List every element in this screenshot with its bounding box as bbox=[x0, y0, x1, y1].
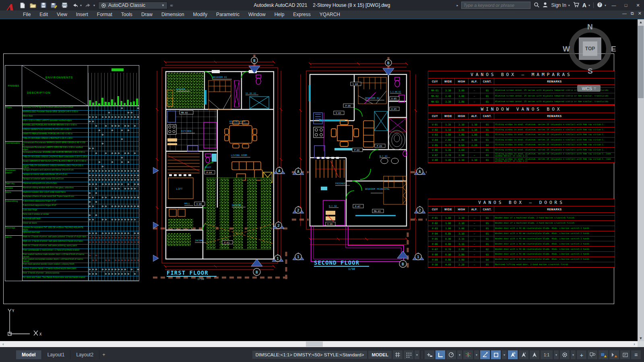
table-cell: 01 bbox=[481, 221, 494, 226]
redo-caret-icon[interactable]: ▾ bbox=[93, 4, 95, 7]
minimize-button[interactable]: — bbox=[609, 2, 618, 9]
menu-window[interactable]: Window bbox=[244, 11, 270, 18]
close-button[interactable]: ✕ bbox=[634, 2, 642, 9]
cart-icon[interactable] bbox=[573, 2, 579, 8]
save-as-icon[interactable] bbox=[50, 2, 58, 9]
workspace-selector[interactable]: AutoCAD Classic ▼ bbox=[98, 2, 167, 9]
isodraft-icon[interactable] bbox=[463, 350, 473, 359]
object-snap-tracking-icon[interactable] bbox=[480, 350, 490, 359]
isodraft-caret-icon[interactable]: ▼ bbox=[474, 350, 479, 359]
customization-icon[interactable]: + bbox=[577, 350, 586, 359]
a-caret-icon[interactable]: ▾ bbox=[588, 4, 590, 7]
help-icon[interactable]: ? bbox=[597, 2, 603, 9]
menu-insert[interactable]: Insert bbox=[72, 11, 93, 18]
first-floor-plan: GARDEN BEDROOM 01 SS.HH 01 bbox=[153, 55, 288, 280]
menu-help[interactable]: Help bbox=[270, 11, 289, 18]
annotation-scale-person-icon[interactable] bbox=[530, 350, 539, 359]
doc-restore-button[interactable]: ⧉ bbox=[631, 11, 634, 16]
autoscale-icon[interactable] bbox=[519, 350, 528, 359]
horizontal-scroll-thumb[interactable] bbox=[306, 341, 323, 347]
horizontal-scrollbar[interactable]: ‹ › bbox=[0, 341, 638, 347]
compass-east[interactable]: E bbox=[611, 45, 616, 53]
menu-tools[interactable]: Tools bbox=[117, 11, 137, 18]
view-cube[interactable]: N W E S TOP bbox=[566, 24, 615, 73]
save-icon[interactable] bbox=[39, 2, 47, 9]
scroll-left-icon[interactable]: ‹ bbox=[0, 341, 6, 347]
polar-tracking-icon[interactable] bbox=[446, 350, 456, 359]
user-icon[interactable] bbox=[543, 2, 548, 8]
dim-style-readout[interactable]: DIMSCALE:<1:1> DIMSTY:<50> STYLE:<Standa… bbox=[252, 351, 367, 359]
help-caret-icon[interactable]: ▾ bbox=[605, 4, 606, 7]
snap-caret-icon[interactable]: ▼ bbox=[415, 350, 419, 359]
autodesk-a-icon[interactable]: A bbox=[582, 2, 586, 8]
sign-in-caret-icon[interactable]: ▾ bbox=[568, 4, 570, 7]
open-file-icon[interactable] bbox=[29, 2, 37, 9]
object-snap-icon[interactable] bbox=[491, 350, 501, 359]
tab-model[interactable]: Model bbox=[16, 350, 42, 359]
infocenter-chevron-icon[interactable]: ▸ bbox=[456, 4, 458, 7]
menu-express[interactable]: Express bbox=[289, 11, 315, 18]
menu-format[interactable]: Format bbox=[93, 11, 117, 18]
table-cell: P-05 bbox=[428, 237, 442, 241]
graphics-warning-icon[interactable] bbox=[599, 350, 608, 359]
undo-icon[interactable] bbox=[71, 2, 79, 9]
scroll-up-icon[interactable]: ▲ bbox=[638, 19, 644, 25]
tab-layout2[interactable]: Layout2 bbox=[70, 350, 99, 359]
scroll-down-icon[interactable]: ▼ bbox=[638, 335, 644, 341]
wcs-selector[interactable]: WCS ▽ bbox=[577, 85, 601, 92]
isolate-objects-icon[interactable] bbox=[588, 350, 597, 359]
search-input[interactable] bbox=[463, 3, 528, 8]
vertical-scroll-thumb[interactable] bbox=[638, 26, 644, 98]
tab-layout1[interactable]: Layout1 bbox=[42, 350, 71, 359]
view-cube-top-face[interactable]: TOP bbox=[579, 37, 601, 60]
search-icon[interactable] bbox=[534, 2, 539, 9]
svg-text:2: 2 bbox=[297, 208, 299, 212]
qat-customize-icon[interactable]: ≂ bbox=[170, 3, 173, 8]
redo-icon[interactable] bbox=[84, 2, 92, 9]
plot-warning-icon[interactable] bbox=[609, 350, 619, 359]
maximize-button[interactable]: □ bbox=[621, 2, 630, 9]
table-cell: 3.15 bbox=[455, 241, 469, 246]
scroll-right-icon[interactable]: › bbox=[631, 341, 638, 347]
clean-screen-icon[interactable] bbox=[620, 350, 630, 359]
osnap-caret-icon[interactable]: ▼ bbox=[502, 350, 507, 359]
new-file-icon[interactable] bbox=[19, 2, 27, 9]
drawing-canvas[interactable]: FINISHES ENVIRONMENTS DESCRIPTION Floors… bbox=[0, 19, 638, 341]
gear-caret-icon[interactable]: ▼ bbox=[571, 350, 576, 359]
table-cell: P-09 bbox=[428, 257, 442, 262]
vertical-scrollbar[interactable]: ▲ ▼ bbox=[638, 19, 644, 341]
search-box[interactable] bbox=[461, 2, 530, 9]
scale-caret-icon[interactable]: ▼ bbox=[554, 350, 559, 359]
snap-icon[interactable] bbox=[404, 350, 413, 359]
menu-dimension[interactable]: Dimension bbox=[157, 11, 189, 18]
menu-draw[interactable]: Draw bbox=[137, 11, 157, 18]
doc-close-button[interactable]: ✕ bbox=[638, 11, 642, 16]
menu-icon[interactable]: ≡ bbox=[631, 350, 641, 359]
annotation-scale-value[interactable]: 1:1 bbox=[541, 350, 553, 359]
plot-icon[interactable] bbox=[60, 2, 68, 9]
grid-icon[interactable] bbox=[393, 350, 402, 359]
menu-file[interactable]: File bbox=[19, 11, 35, 18]
sign-in-label[interactable]: Sign In bbox=[551, 2, 566, 8]
schedule-category: Coverage bbox=[5, 226, 22, 236]
menu-parametric[interactable]: Parametric bbox=[212, 11, 244, 18]
dynamic-input-icon[interactable] bbox=[425, 350, 434, 359]
menu-yqarch[interactable]: YQARCH bbox=[315, 11, 345, 18]
add-layout-button[interactable]: + bbox=[99, 352, 108, 358]
workspace-gear-icon[interactable] bbox=[560, 350, 570, 359]
quick-access-toolbar: ▾ ▾ bbox=[19, 2, 95, 9]
table-cell: V-02 bbox=[428, 128, 442, 132]
menu-edit[interactable]: Edit bbox=[35, 11, 52, 18]
compass-north[interactable]: N bbox=[587, 23, 593, 31]
doc-minimize-button[interactable]: — bbox=[622, 11, 627, 16]
polar-caret-icon[interactable]: ▼ bbox=[457, 350, 462, 359]
menu-modify[interactable]: Modify bbox=[189, 11, 212, 18]
compass-west[interactable]: W bbox=[563, 45, 570, 53]
compass-south[interactable]: S bbox=[588, 67, 593, 76]
model-space-button[interactable]: MODEL bbox=[368, 351, 392, 359]
undo-caret-icon[interactable]: ▾ bbox=[80, 4, 82, 7]
ortho-icon[interactable] bbox=[436, 350, 445, 359]
annotation-visibility-icon[interactable] bbox=[508, 350, 518, 359]
menu-view[interactable]: View bbox=[52, 11, 72, 18]
schedule-marks bbox=[88, 245, 139, 249]
